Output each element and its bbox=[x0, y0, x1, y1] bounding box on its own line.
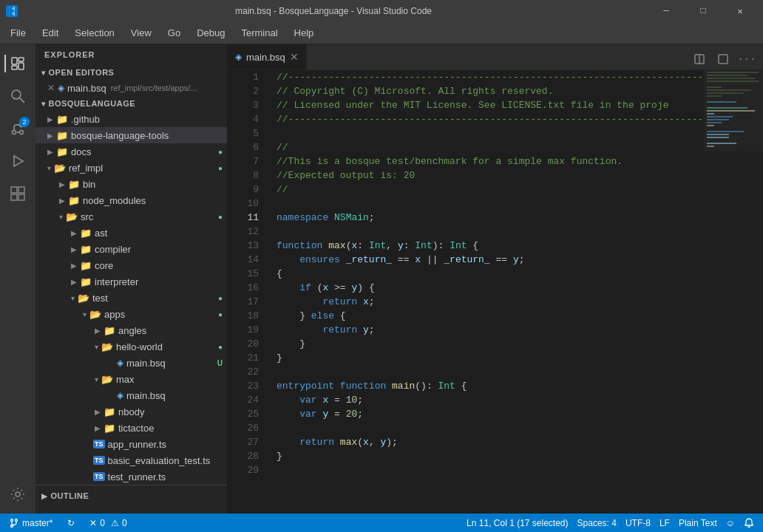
error-count[interactable]: ✕ 0 ⚠ 0 bbox=[87, 514, 129, 532]
chevron-right-icon: ▶ bbox=[71, 278, 77, 286]
line-numbers: 1 2 3 4 5 6 7 8 9 10 11 12 13 14 15 16 1… bbox=[228, 70, 265, 514]
menu-help[interactable]: Help bbox=[287, 24, 322, 41]
file-bsq-icon: ◈ bbox=[58, 83, 64, 93]
tree-item-basic-eval-ts[interactable]: TS basic_evaluation_test.ts bbox=[35, 452, 227, 468]
chevron-down-icon: ▾ bbox=[47, 164, 51, 172]
folder-icon: 📁 bbox=[68, 195, 80, 206]
close-icon[interactable]: ✕ bbox=[47, 83, 55, 93]
file-encoding[interactable]: UTF-8 bbox=[623, 518, 654, 528]
minimap[interactable] bbox=[704, 70, 763, 514]
tree-item-test-runner-ts[interactable]: TS test_runner.ts bbox=[35, 468, 227, 485]
chevron-right-icon: ▶ bbox=[47, 132, 53, 140]
code-content[interactable]: //--------------------------------------… bbox=[265, 70, 704, 514]
tree-item-docs[interactable]: ▶ 📁 docs ● bbox=[35, 143, 227, 160]
app-icon bbox=[6, 5, 18, 17]
menu-edit[interactable]: Edit bbox=[35, 24, 66, 41]
section-open-editors[interactable]: ▾ Open Editors bbox=[35, 65, 227, 80]
tree-item-core[interactable]: ▶ 📁 core bbox=[35, 257, 227, 273]
activitybar-extensions[interactable] bbox=[4, 180, 31, 207]
menu-go[interactable]: Go bbox=[160, 24, 188, 41]
menu-terminal[interactable]: Terminal bbox=[234, 24, 285, 41]
svg-rect-11 bbox=[18, 187, 24, 193]
open-editor-main-bsq[interactable]: ✕ ◈ main.bsq ref_impl/src/test/apps/... bbox=[35, 80, 227, 96]
tree-item-ast[interactable]: ▶ 📁 ast bbox=[35, 225, 227, 241]
tree-item-nbody[interactable]: ▶ 📁 nbody bbox=[35, 403, 227, 420]
folder-icon: 📁 bbox=[56, 130, 68, 141]
modified-dot: ● bbox=[218, 164, 223, 172]
chevron-right-icon: ▶ bbox=[95, 327, 101, 335]
sync-button[interactable]: ↻ bbox=[64, 514, 78, 532]
folder-open-icon: 📂 bbox=[66, 211, 78, 222]
titlebar: main.bsq - BosqueLanguage - Visual Studi… bbox=[0, 0, 763, 22]
tree-item-max-main-bsq[interactable]: ◈ main.bsq bbox=[35, 387, 227, 403]
activitybar-search[interactable] bbox=[4, 83, 31, 109]
menu-debug[interactable]: Debug bbox=[189, 24, 232, 41]
tree-item-test[interactable]: ▾ 📂 test ● bbox=[35, 290, 227, 306]
tree-item-hello-world[interactable]: ▾ 📂 hello-world ● bbox=[35, 338, 227, 355]
tab-bar: ◈ main.bsq ✕ ··· bbox=[228, 44, 763, 70]
chevron-right-icon: ▶ bbox=[71, 245, 77, 253]
activitybar-settings[interactable] bbox=[4, 481, 31, 508]
editor-area: ◈ main.bsq ✕ ··· bbox=[228, 44, 763, 514]
svg-rect-3 bbox=[12, 66, 17, 69]
tree-item-compiler[interactable]: ▶ 📁 compiler bbox=[35, 241, 227, 257]
split-editor-button[interactable] bbox=[689, 49, 710, 69]
tab-main-bsq[interactable]: ◈ main.bsq ✕ bbox=[228, 44, 307, 69]
cursor-position[interactable]: Ln 11, Col 1 (17 selected) bbox=[464, 518, 571, 528]
menu-view[interactable]: View bbox=[123, 24, 159, 41]
chevron-down-icon: ▾ bbox=[95, 375, 98, 383]
tree-item-github[interactable]: ▶ 📁 .github bbox=[35, 111, 227, 127]
tree-item-interpreter[interactable]: ▶ 📁 interpreter bbox=[35, 273, 227, 290]
close-button[interactable]: ✕ bbox=[723, 0, 757, 22]
tab-overflow-button[interactable]: ··· bbox=[736, 49, 757, 69]
sidebar-header: Explorer bbox=[35, 44, 227, 65]
tree-item-app-runner-ts[interactable]: TS app_runner.ts bbox=[35, 436, 227, 452]
spaces-text: Spaces: 4 bbox=[577, 518, 617, 528]
maximize-button[interactable]: □ bbox=[686, 0, 720, 22]
sidebar-content[interactable]: ▾ Open Editors ✕ ◈ main.bsq ref_impl/src… bbox=[35, 65, 227, 514]
file-bsq-icon: ◈ bbox=[117, 390, 123, 400]
git-branch[interactable]: master* bbox=[6, 514, 55, 532]
open-editors-chevron: ▾ bbox=[41, 69, 46, 77]
tree-item-apps[interactable]: ▾ 📂 apps ● bbox=[35, 306, 227, 322]
svg-rect-17 bbox=[719, 55, 728, 64]
tree-item-tictactoe[interactable]: ▶ 📁 tictactoe bbox=[35, 420, 227, 436]
more-actions-button[interactable] bbox=[713, 49, 733, 69]
bosque-language-chevron: ▾ bbox=[41, 100, 46, 108]
indent-spaces[interactable]: Spaces: 4 bbox=[574, 518, 620, 528]
activitybar-source-control[interactable]: 2 bbox=[4, 115, 31, 142]
menu-selection[interactable]: Selection bbox=[67, 24, 121, 41]
tree-item-bin[interactable]: ▶ 📁 bin bbox=[35, 176, 227, 192]
activitybar-debug[interactable] bbox=[4, 148, 31, 174]
activitybar-explorer[interactable] bbox=[4, 50, 31, 77]
chevron-down-icon: ▾ bbox=[95, 343, 98, 351]
menu-file[interactable]: File bbox=[3, 24, 33, 41]
line-ending[interactable]: LF bbox=[657, 518, 673, 528]
tree-item-bosque-language-tools[interactable]: ▶ 📁 bosque-language-tools bbox=[35, 127, 227, 143]
position-text: Ln 11, Col 1 (17 selected) bbox=[467, 518, 568, 528]
open-editor-filename: main.bsq bbox=[67, 83, 106, 94]
tree-item-node-modules[interactable]: ▶ 📁 node_modules bbox=[35, 192, 227, 208]
svg-point-14 bbox=[16, 492, 20, 497]
tree-item-src[interactable]: ▾ 📂 src ● bbox=[35, 208, 227, 225]
language-mode[interactable]: Plain Text bbox=[676, 518, 720, 528]
minimize-button[interactable]: ─ bbox=[649, 0, 683, 22]
tree-item-ref-impl[interactable]: ▾ 📂 ref_impl ● bbox=[35, 160, 227, 176]
notifications-button[interactable] bbox=[741, 518, 757, 528]
svg-point-43 bbox=[16, 519, 18, 521]
svg-rect-2 bbox=[18, 58, 24, 61]
window-title: main.bsq - BosqueLanguage - Visual Studi… bbox=[235, 6, 432, 16]
section-bosque-language[interactable]: ▾ BosqueLanguage bbox=[35, 96, 227, 111]
tab-close-button[interactable]: ✕ bbox=[290, 51, 299, 63]
svg-rect-13 bbox=[18, 194, 24, 200]
tree-item-hello-world-main-bsq[interactable]: ◈ main.bsq U bbox=[35, 355, 227, 371]
svg-rect-0 bbox=[12, 58, 17, 64]
emoji-button[interactable]: ☺ bbox=[723, 518, 738, 528]
tree-item-max[interactable]: ▾ 📂 max bbox=[35, 371, 227, 387]
error-number: 0 bbox=[100, 518, 105, 528]
ts-icon: TS bbox=[93, 440, 105, 449]
tree-item-angles[interactable]: ▶ 📁 angles bbox=[35, 322, 227, 338]
tab-file-icon: ◈ bbox=[235, 52, 242, 62]
tab-actions: ··· bbox=[689, 49, 763, 69]
section-outline[interactable]: ▶ Outline bbox=[35, 488, 227, 503]
